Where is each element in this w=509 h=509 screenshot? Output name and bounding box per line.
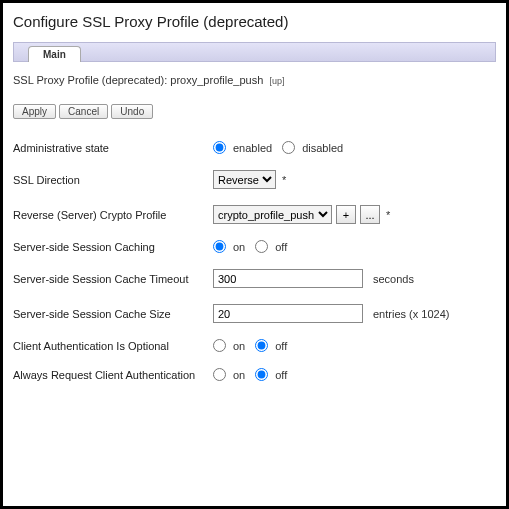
label-always-req-auth: Always Request Client Authentication: [13, 369, 213, 381]
required-marker: *: [282, 174, 286, 186]
breadcrumb-prefix: SSL Proxy Profile (deprecated):: [13, 74, 170, 86]
radio-label-enabled: enabled: [233, 142, 272, 154]
radio-label-disabled: disabled: [302, 142, 343, 154]
breadcrumb-name: proxy_profile_push: [170, 74, 263, 86]
suffix-entries: entries (x 1024): [373, 308, 449, 320]
radio-always-req-off[interactable]: [255, 368, 268, 381]
select-ssl-direction[interactable]: Reverse: [213, 170, 276, 189]
label-admin-state: Administrative state: [13, 142, 213, 154]
select-reverse-profile[interactable]: crypto_profile_push: [213, 205, 332, 224]
label-ss-cache-size: Server-side Session Cache Size: [13, 308, 213, 320]
radio-label-off: off: [275, 241, 287, 253]
more-profile-button[interactable]: ...: [360, 205, 380, 224]
input-ss-cache-size[interactable]: [213, 304, 363, 323]
action-row: Apply Cancel Undo: [13, 104, 496, 119]
radio-label-on: on: [233, 340, 245, 352]
label-ss-cache-timeout: Server-side Session Cache Timeout: [13, 273, 213, 285]
row-ss-cache-timeout: Server-side Session Cache Timeout second…: [13, 269, 496, 288]
apply-button[interactable]: Apply: [13, 104, 56, 119]
breadcrumb-up-link[interactable]: [up]: [269, 76, 284, 86]
radio-ss-cache-off[interactable]: [255, 240, 268, 253]
row-admin-state: Administrative state enabled disabled: [13, 141, 496, 154]
input-ss-cache-timeout[interactable]: [213, 269, 363, 288]
radio-admin-enabled[interactable]: [213, 141, 226, 154]
required-marker: *: [386, 209, 390, 221]
label-client-auth-opt: Client Authentication Is Optional: [13, 340, 213, 352]
label-ss-cache: Server-side Session Caching: [13, 241, 213, 253]
radio-label-off: off: [275, 369, 287, 381]
label-ssl-direction: SSL Direction: [13, 174, 213, 186]
radio-client-auth-off[interactable]: [255, 339, 268, 352]
radio-ss-cache-on[interactable]: [213, 240, 226, 253]
row-ssl-direction: SSL Direction Reverse *: [13, 170, 496, 189]
undo-button[interactable]: Undo: [111, 104, 153, 119]
radio-admin-disabled[interactable]: [282, 141, 295, 154]
page-title: Configure SSL Proxy Profile (deprecated): [13, 13, 496, 30]
tab-main[interactable]: Main: [28, 46, 81, 62]
row-reverse-profile: Reverse (Server) Crypto Profile crypto_p…: [13, 205, 496, 224]
row-always-req-auth: Always Request Client Authentication on …: [13, 368, 496, 381]
radio-label-on: on: [233, 241, 245, 253]
cancel-button[interactable]: Cancel: [59, 104, 108, 119]
suffix-seconds: seconds: [373, 273, 414, 285]
add-profile-button[interactable]: +: [336, 205, 356, 224]
breadcrumb: SSL Proxy Profile (deprecated): proxy_pr…: [13, 74, 496, 86]
tab-bar: Main: [13, 42, 496, 62]
radio-client-auth-on[interactable]: [213, 339, 226, 352]
row-ss-cache: Server-side Session Caching on off: [13, 240, 496, 253]
radio-label-on: on: [233, 369, 245, 381]
row-client-auth-opt: Client Authentication Is Optional on off: [13, 339, 496, 352]
row-ss-cache-size: Server-side Session Cache Size entries (…: [13, 304, 496, 323]
label-reverse-profile: Reverse (Server) Crypto Profile: [13, 209, 213, 221]
radio-always-req-on[interactable]: [213, 368, 226, 381]
radio-label-off: off: [275, 340, 287, 352]
